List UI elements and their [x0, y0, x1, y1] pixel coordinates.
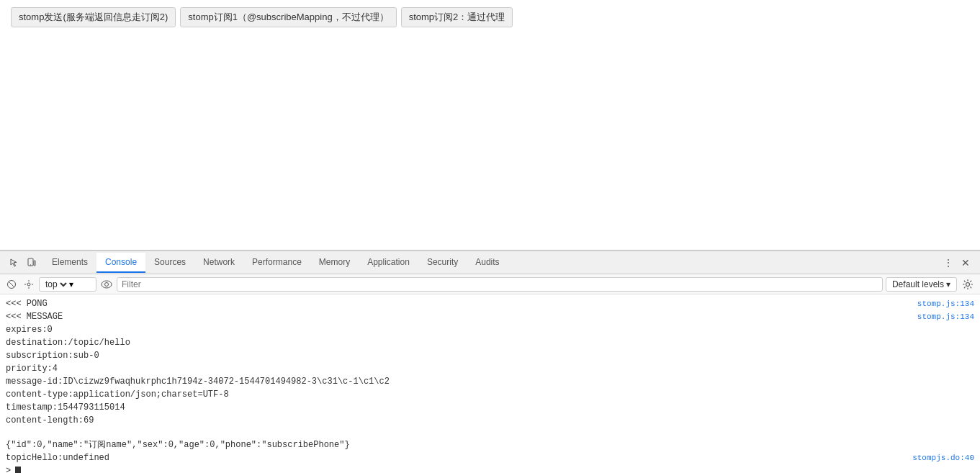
console-line: destination:/topic/hello	[0, 336, 980, 349]
svg-point-12	[966, 282, 970, 286]
console-line: timestamp:1544793115014	[0, 401, 980, 414]
console-line: {"id":0,"name":"订阅name","sex":0,"age":0,…	[0, 438, 980, 451]
context-select-input[interactable]: top	[42, 279, 69, 290]
svg-point-5	[27, 283, 30, 286]
console-line: <<< PONGstomp.js:134	[0, 297, 980, 310]
console-line-text: content-type:application/json;charset=UT…	[6, 389, 974, 400]
svg-point-10	[102, 281, 112, 288]
console-line: subscription:sub-0	[0, 349, 980, 362]
console-line: expires:0	[0, 323, 980, 336]
main-content: stomp发送(服务端返回信息走订阅2) stomp订阅1（@subscribe…	[0, 0, 980, 251]
devtools-toolbar: top ▾ Default levels ▾	[0, 274, 980, 294]
eye-icon[interactable]	[99, 277, 114, 292]
console-line-source[interactable]: stomp.js:134	[917, 311, 974, 323]
console-line-text: destination:/topic/hello	[6, 337, 974, 348]
console-line-text: <<< PONG	[6, 298, 912, 310]
console-line-text: {"id":0,"name":"订阅name","sex":0,"age":0,…	[6, 439, 974, 451]
tab-console[interactable]: Console	[96, 253, 145, 273]
console-line-text: priority:4	[6, 363, 974, 374]
tab-sources[interactable]: Sources	[145, 253, 194, 273]
console-line-text: expires:0	[6, 324, 974, 335]
svg-point-2	[30, 264, 31, 265]
btn3[interactable]: stomp订阅2：通过代理	[401, 7, 513, 27]
default-levels-button[interactable]: Default levels ▾	[886, 277, 957, 292]
console-line: message-id:ID\cizwz9fwaqhukrphc1h7194z-3…	[0, 375, 980, 388]
console-line: <<< MESSAGEstomp.js:134	[0, 310, 980, 323]
close-devtools-icon[interactable]: ✕	[958, 256, 973, 270]
svg-point-11	[105, 282, 109, 286]
console-line-text: <<< MESSAGE	[6, 311, 912, 323]
console-input-row[interactable]: >	[0, 464, 980, 473]
console-line-text: topicHello:undefined	[6, 452, 907, 464]
more-options-icon[interactable]: ⋮	[941, 256, 956, 270]
default-levels-arrow: ▾	[946, 279, 950, 289]
console-line: priority:4	[0, 362, 980, 375]
default-levels-label: Default levels	[892, 279, 944, 289]
console-line: content-type:application/json;charset=UT…	[0, 388, 980, 401]
console-line: content-length:69	[0, 414, 980, 427]
tab-network[interactable]: Network	[194, 253, 243, 273]
console-line	[0, 427, 980, 438]
tab-audits[interactable]: Audits	[467, 253, 508, 273]
devtools-left-icons	[3, 256, 43, 270]
console-input-arrow: >	[6, 466, 11, 473]
tab-application[interactable]: Application	[359, 253, 418, 273]
console-line: topicHello:undefinedstompjs.do:40	[0, 451, 980, 464]
devtools-tabs-bar: Elements Console Sources Network Perform…	[0, 251, 980, 274]
console-line-source[interactable]: stomp.js:134	[917, 298, 974, 310]
btn1[interactable]: stomp发送(服务端返回信息走订阅2)	[11, 7, 176, 27]
devtools-panel: Elements Console Sources Network Perform…	[0, 251, 980, 473]
context-selector[interactable]: top ▾	[39, 277, 96, 292]
context-select-arrow: ▾	[69, 279, 73, 289]
console-settings-icon[interactable]	[22, 277, 36, 292]
console-cursor	[15, 467, 21, 474]
tab-security[interactable]: Security	[418, 253, 467, 273]
console-filter-input[interactable]	[117, 277, 883, 292]
button-row: stomp发送(服务端返回信息走订阅2) stomp订阅1（@subscribe…	[11, 7, 969, 27]
console-line-source[interactable]: stompjs.do:40	[912, 452, 974, 464]
toggle-device-icon[interactable]	[24, 256, 39, 270]
svg-rect-1	[34, 261, 35, 266]
clear-console-icon[interactable]	[4, 277, 19, 292]
tab-performance[interactable]: Performance	[243, 253, 310, 273]
inspect-element-icon[interactable]	[7, 256, 22, 270]
console-output[interactable]: <<< PONGstomp.js:134<<< MESSAGEstomp.js:…	[0, 294, 980, 473]
tab-elements[interactable]: Elements	[43, 253, 96, 273]
console-line-text: content-length:69	[6, 415, 974, 426]
tab-memory[interactable]: Memory	[310, 253, 359, 273]
svg-line-4	[9, 281, 14, 287]
devtools-right-icons: ⋮ ✕	[937, 256, 977, 270]
console-line-text: timestamp:1544793115014	[6, 402, 974, 413]
settings-gear-icon[interactable]	[960, 276, 976, 292]
console-line-text: message-id:ID\cizwz9fwaqhukrphc1h7194z-3…	[6, 376, 974, 387]
btn2[interactable]: stomp订阅1（@subscribeMapping，不过代理）	[180, 7, 396, 27]
console-line-text: subscription:sub-0	[6, 350, 974, 361]
